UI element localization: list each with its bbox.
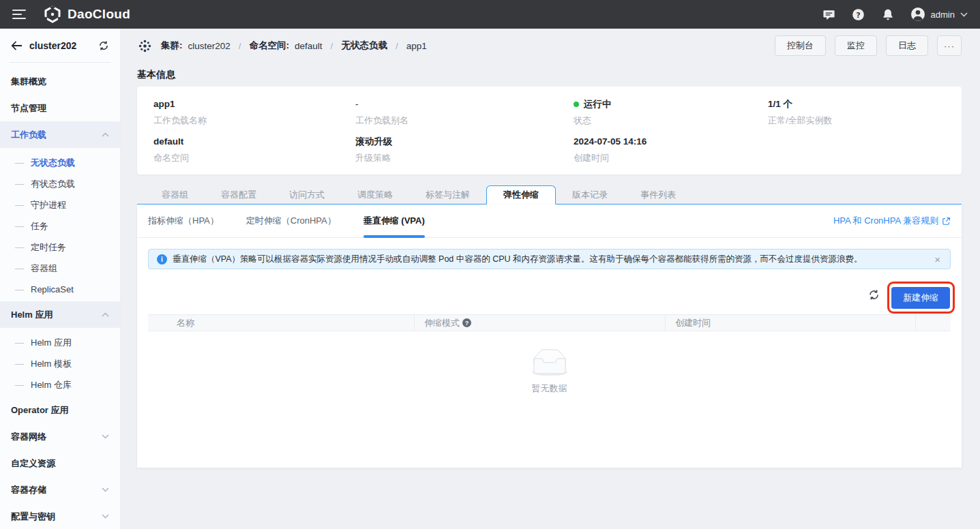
chevron-up-icon [102, 132, 109, 137]
field-workload-name: app1 工作负载名称 [153, 98, 355, 126]
sidebar-item-jobs[interactable]: —任务 [0, 215, 120, 237]
field-upgrade-strategy: 滚动升级 升级策略 [355, 136, 574, 164]
main-content: 集群: cluster202 / 命名空间: default / 无状态负载 /… [121, 29, 980, 529]
breadcrumb-cluster-value[interactable]: cluster202 [188, 41, 231, 51]
user-menu[interactable]: admin [910, 7, 968, 22]
vpa-toolbar: 新建伸缩 [137, 269, 962, 314]
empty-inbox-icon [528, 349, 571, 377]
chevron-down-icon [102, 434, 109, 439]
basic-info-title: 基本信息 [137, 68, 962, 80]
tab-access-mode[interactable]: 访问方式 [273, 185, 341, 204]
help-icon[interactable]: ? [852, 7, 865, 21]
sidebar-item-daemonsets[interactable]: —守护进程 [0, 194, 120, 215]
basic-info-card: app1 工作负载名称 - 工作负载别名 运行中 状态 1/1 个 正常/全部实… [137, 87, 962, 175]
switch-cluster-icon[interactable] [98, 40, 109, 51]
empty-text: 暂无数据 [532, 382, 567, 395]
subtab-vpa[interactable]: 垂直伸缩 (VPA) [363, 205, 425, 238]
breadcrumb: 集群: cluster202 / 命名空间: default / 无状态负载 /… [137, 38, 427, 54]
banner-close-icon[interactable]: × [933, 254, 942, 264]
field-created-time: 2024-07-05 14:16 创建时间 [574, 136, 768, 164]
sidebar-item-helm-apps[interactable]: —Helm 应用 [0, 332, 120, 353]
breadcrumb-namespace-value[interactable]: default [295, 41, 323, 51]
field-workload-alias: - 工作负载别名 [355, 98, 574, 126]
external-link-icon [942, 217, 951, 226]
sidebar-item-statefulsets[interactable]: —有状态负载 [0, 173, 120, 194]
tab-elastic-scaling[interactable]: 弹性伸缩 [486, 185, 556, 205]
sidebar-cluster-name: cluster202 [29, 40, 98, 51]
sidebar-item-helm-charts[interactable]: —Helm 模板 [0, 353, 120, 374]
username: admin [931, 10, 955, 20]
create-scaling-button[interactable]: 新建伸缩 [891, 287, 950, 309]
svg-text:?: ? [856, 10, 861, 19]
sidebar-item-custom-resources[interactable]: 自定义资源 [0, 450, 120, 477]
hpa-cronhpa-rules-link[interactable]: HPA 和 CronHPA 兼容规则 [833, 215, 951, 227]
breadcrumb-workload-type[interactable]: 无状态负载 [341, 40, 387, 52]
field-namespace: default 命名空间 [153, 136, 355, 164]
brand-logo[interactable]: DaoCloud [44, 5, 130, 23]
more-actions-button[interactable]: ··· [937, 35, 962, 56]
breadcrumb-namespace-label: 命名空间: [250, 40, 290, 52]
back-arrow-icon[interactable] [11, 41, 23, 50]
subtab-hpa[interactable]: 指标伸缩（HPA） [148, 205, 219, 238]
topbar: DaoCloud ? admin [0, 0, 980, 29]
chevron-up-icon [102, 312, 109, 317]
console-button[interactable]: 控制台 [775, 35, 826, 56]
field-status: 运行中 状态 [574, 98, 768, 126]
breadcrumb-app-name: app1 [406, 41, 427, 51]
brand-name: DaoCloud [68, 7, 130, 22]
tab-pods[interactable]: 容器组 [145, 185, 205, 204]
tab-event-list[interactable]: 事件列表 [624, 185, 692, 204]
sidebar-item-cluster-overview[interactable]: 集群概览 [0, 68, 120, 95]
chevron-down-icon [102, 514, 109, 519]
help-question-icon[interactable]: ? [462, 318, 471, 327]
workload-cluster-icon [137, 38, 153, 54]
sidebar: cluster202 集群概览 节点管理 工作负载 —无状态负载 —有状态负载 … [0, 29, 121, 529]
logs-button[interactable]: 日志 [886, 35, 928, 56]
empty-state: 暂无数据 [137, 349, 962, 395]
sidebar-group-container-storage[interactable]: 容器存储 [0, 477, 120, 503]
sidebar-group-workloads[interactable]: 工作负载 [0, 121, 120, 148]
banner-text: 垂直伸缩（VPA）策略可以根据容器实际资源使用情况手动或自动调整 Pod 中容器… [173, 254, 927, 265]
chevron-down-icon [102, 487, 109, 492]
bell-icon[interactable] [881, 7, 895, 21]
tab-version-history[interactable]: 版本记录 [556, 185, 624, 204]
hamburger-menu-icon[interactable] [12, 10, 26, 19]
sidebar-menu: 集群概览 节点管理 工作负载 —无状态负载 —有状态负载 —守护进程 —任务 —… [0, 63, 120, 529]
sidebar-group-helm[interactable]: Helm 应用 [0, 301, 120, 328]
elastic-scaling-panel: 指标伸缩（HPA） 定时伸缩（CronHPA） 垂直伸缩 (VPA) HPA 和… [137, 205, 962, 468]
monitor-button[interactable]: 监控 [835, 35, 877, 56]
status-dot [574, 102, 579, 107]
sidebar-item-node-management[interactable]: 节点管理 [0, 95, 120, 121]
subtab-cronhpa[interactable]: 定时伸缩（CronHPA） [246, 205, 336, 238]
column-created-time: 创建时间 [666, 315, 916, 331]
tab-scheduling-policy[interactable]: 调度策略 [341, 185, 409, 204]
refresh-icon[interactable] [868, 289, 880, 301]
user-avatar-icon [910, 7, 925, 22]
sidebar-group-container-network[interactable]: 容器网络 [0, 423, 120, 450]
vpa-info-banner: i 垂直伸缩（VPA）策略可以根据容器实际资源使用情况手动或自动调整 Pod 中… [148, 249, 951, 269]
column-actions [916, 315, 951, 331]
column-scaling-mode: 伸缩模式 ? [415, 315, 666, 331]
message-icon[interactable] [822, 7, 836, 21]
sidebar-item-pods[interactable]: —容器组 [0, 258, 120, 279]
sidebar-item-helm-repos[interactable]: —Helm 仓库 [0, 374, 120, 395]
sidebar-item-replicaset[interactable]: —ReplicaSet [0, 279, 120, 300]
tab-container-config[interactable]: 容器配置 [205, 185, 273, 204]
daocloud-logo-icon [44, 5, 61, 23]
sidebar-item-operator-apps[interactable]: Operator 应用 [0, 397, 120, 423]
tabs-bar: 容器组 容器配置 访问方式 调度策略 标签与注解 弹性伸缩 版本记录 事件列表 [137, 185, 962, 205]
sidebar-group-config-secrets[interactable]: 配置与密钥 [0, 503, 120, 529]
tab-labels-annotations[interactable]: 标签与注解 [409, 185, 486, 204]
breadcrumb-cluster-label: 集群: [161, 40, 183, 52]
field-replicas: 1/1 个 正常/全部实例数 [768, 98, 945, 126]
column-name: 名称 [148, 315, 415, 331]
info-icon: i [157, 254, 167, 264]
sidebar-item-deployments[interactable]: —无状态负载 [0, 152, 120, 173]
vpa-table-header: 名称 伸缩模式 ? 创建时间 [148, 314, 951, 331]
sidebar-item-cronjobs[interactable]: —定时任务 [0, 237, 120, 258]
subtabs-bar: 指标伸缩（HPA） 定时伸缩（CronHPA） 垂直伸缩 (VPA) HPA 和… [137, 205, 962, 238]
chevron-down-icon [960, 12, 968, 17]
